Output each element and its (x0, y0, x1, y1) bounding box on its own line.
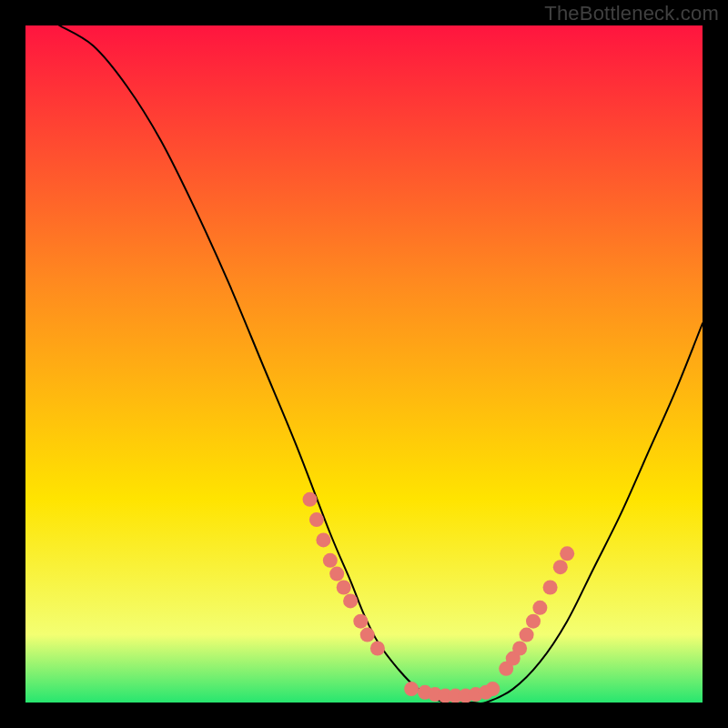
marker-dot (316, 532, 330, 547)
chart-frame: TheBottleneck.com (0, 0, 728, 728)
gradient-background (25, 25, 703, 703)
marker-dot (520, 628, 534, 642)
marker-dot (303, 492, 318, 507)
plot-area (25, 25, 703, 703)
marker-dot (485, 682, 500, 696)
marker-dot (532, 601, 547, 615)
marker-dot (353, 614, 368, 629)
marker-dot (543, 581, 558, 595)
chart-svg (25, 25, 703, 703)
marker-dot (404, 682, 419, 696)
marker-dot (560, 546, 574, 561)
marker-dot (329, 567, 344, 581)
marker-dot (323, 553, 338, 568)
marker-dot (526, 614, 541, 629)
marker-dot (370, 642, 385, 656)
marker-dot (360, 628, 375, 642)
marker-dot (337, 581, 351, 595)
marker-dot (553, 560, 568, 574)
watermark-label: TheBottleneck.com (544, 2, 719, 25)
marker-dot (343, 593, 358, 608)
marker-dot (309, 512, 324, 527)
marker-dot (512, 642, 527, 656)
